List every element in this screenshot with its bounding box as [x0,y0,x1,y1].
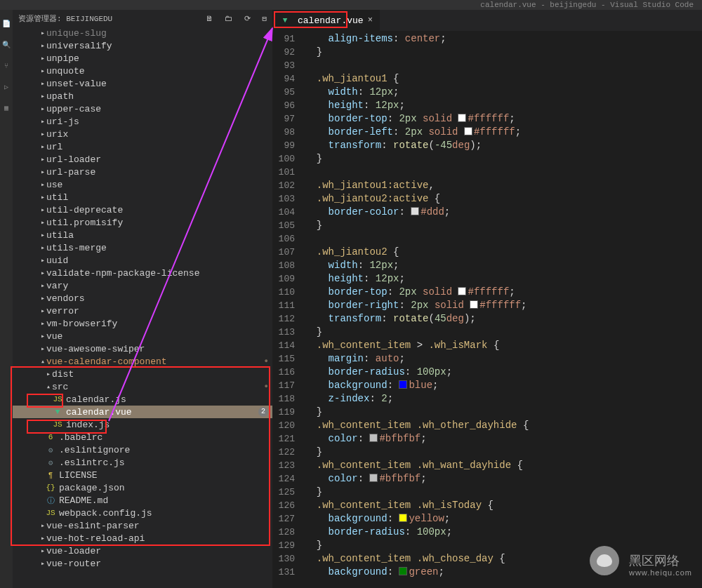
file-row[interactable]: ▸vue-eslint-parser [13,519,272,532]
explorer-sidebar: 资源管理器: BEIJINGEDU 🗎 🗀 ⟳ ⊟ ▸unique-slug▸u… [13,10,272,588]
file-label: util [46,192,68,203]
file-row[interactable]: ▸utila [13,229,272,241]
file-row[interactable]: ▸vue-router [13,557,272,570]
tab-calendar-vue[interactable]: ▼ calendar.vue × [272,10,380,31]
chevron-icon: ▸ [39,142,46,151]
file-row[interactable]: ▼calendar.vue2 [13,406,272,418]
chevron-icon: ▸ [39,117,46,126]
md-icon: ⓘ [45,495,56,506]
file-row[interactable]: ▸verror [13,305,272,317]
file-label: LICENSE [59,470,98,481]
file-row[interactable]: JSwebpack.config.js [13,507,272,519]
chevron-icon: ▸ [39,243,46,252]
file-row[interactable]: ▸upath [13,90,272,102]
explorer-icon[interactable]: 📄 [0,15,13,32]
file-label: unquote [46,66,85,76]
chevron-icon: ▸ [39,332,46,340]
chevron-icon: ▸ [39,41,46,50]
file-label: vue-loader [46,546,101,556]
json-icon: {} [45,483,56,492]
chevron-icon: ▸ [39,269,46,277]
file-row[interactable]: ▸util-deprecate [13,203,272,216]
chevron-icon: ▸ [39,319,46,328]
file-label: vue-hot-reload-api [46,533,145,544]
close-icon[interactable]: × [368,15,373,25]
file-row[interactable]: ⓘREADME.md [13,494,272,507]
file-row[interactable]: ▸vue-awesome-swiper [13,342,272,355]
file-label: unset-value [46,79,107,89]
file-row[interactable]: ▸utils-merge [13,241,272,254]
collapse-icon[interactable]: ⊟ [262,15,267,23]
chevron-icon: ▸ [39,29,46,37]
chevron-icon: ▸ [45,370,52,378]
file-label: use [46,180,62,190]
chevron-icon: ▸ [39,218,46,227]
debug-icon[interactable]: ▷ [0,79,13,95]
file-row[interactable]: ▸uri-js [13,115,272,128]
file-row[interactable]: ¶LICENSE [13,469,272,481]
extensions-icon[interactable]: ▦ [0,100,13,116]
file-row[interactable]: ▸upper-case [13,102,272,115]
file-row[interactable]: ▸url-loader [13,153,272,166]
file-row[interactable]: ▸unique-slug [13,27,272,39]
file-label: package.json [59,483,125,493]
editor[interactable]: 9192939495969798991001011021031041051061… [272,31,702,588]
file-row[interactable]: ▸vendors [13,292,272,305]
code-content[interactable]: align-items: center; } .wh_jiantou1 { wi… [305,31,529,579]
file-row[interactable]: ▸unset-value [13,77,272,90]
file-label: validate-npm-package-license [46,268,199,279]
js-icon: JS [52,395,63,403]
file-row[interactable]: ⚙.eslintrc.js [13,456,272,469]
file-row[interactable]: ▸vm-browserify [13,317,272,330]
chevron-icon: ▸ [39,307,46,315]
file-row[interactable]: JScalendar.js [13,393,272,406]
file-row[interactable]: ▸use [13,178,272,191]
new-file-icon[interactable]: 🗎 [206,15,213,23]
file-label: unique-slug [46,28,107,39]
file-row[interactable]: ▸urix [13,128,272,140]
new-folder-icon[interactable]: 🗀 [225,15,232,23]
file-row[interactable]: ▸url [13,140,272,153]
file-row[interactable]: ▸util.promisify [13,216,272,229]
file-row[interactable]: {}package.json [13,481,272,494]
file-label: uri-js [46,116,79,127]
search-icon[interactable]: 🔍 [0,36,13,53]
file-row[interactable]: ▸dist [13,368,272,380]
tab-label: calendar.vue [298,15,364,26]
file-row[interactable]: ▸universalify [13,39,272,52]
file-row[interactable]: ▴vue-calendar-component [13,355,272,368]
file-row[interactable]: ▸validate-npm-package-license [13,267,272,279]
file-label: urix [46,129,68,140]
file-row[interactable]: 6.babelrc [13,431,272,443]
chevron-icon: ▸ [39,168,46,176]
file-row[interactable]: ▸util [13,191,272,203]
title-bar: calendar.vue - beijingedu - Visual Studi… [0,0,702,10]
refresh-icon[interactable]: ⟳ [244,15,251,23]
file-row[interactable]: ⚙.eslintignore [13,443,272,456]
file-badge: 2 [258,407,268,417]
file-row[interactable]: ▸vue-hot-reload-api [13,532,272,544]
line-gutter: 9192939495969798991001011021031041051061… [272,31,305,579]
file-row[interactable]: ▴src [13,380,272,393]
file-row[interactable]: ▸vue-loader [13,544,272,557]
file-label: README.md [59,495,108,506]
file-row[interactable]: ▸unpipe [13,52,272,65]
activity-bar: 📄 🔍 ⑂ ▷ ▦ [0,10,13,588]
chevron-icon: ▸ [39,559,46,568]
scm-icon[interactable]: ⑂ [0,58,13,74]
file-row[interactable]: ▸unquote [13,65,272,77]
file-tree[interactable]: ▸unique-slug▸universalify▸unpipe▸unquote… [13,27,272,588]
config-icon: ⚙ [45,458,56,467]
file-label: vendors [46,293,85,304]
file-row[interactable]: ▸url-parse [13,166,272,178]
file-label: calendar.vue [66,407,132,417]
file-label: url-parse [46,167,95,178]
chevron-icon: ▸ [39,92,46,100]
file-row[interactable]: ▸vue [13,330,272,342]
file-row[interactable]: ▸vary [13,279,272,292]
file-label: verror [46,306,79,316]
file-label: util.promisify [46,218,123,228]
file-label: url-loader [46,154,101,165]
file-row[interactable]: ▸uuid [13,254,272,267]
file-row[interactable]: JSindex.js [13,418,272,431]
